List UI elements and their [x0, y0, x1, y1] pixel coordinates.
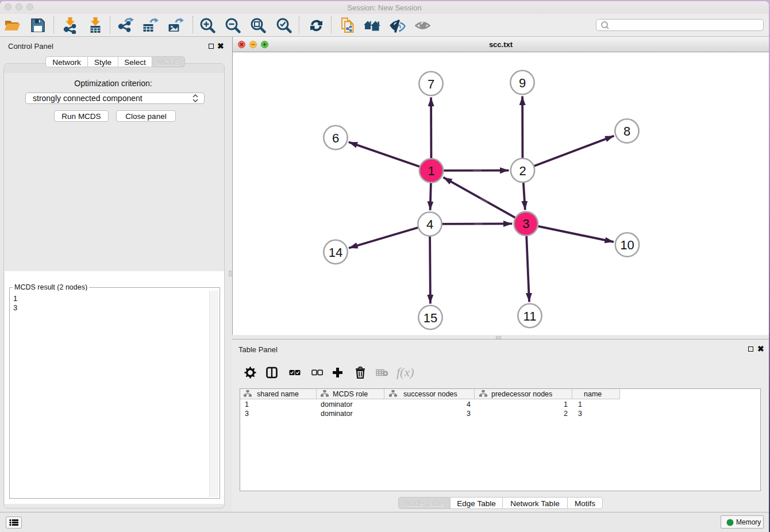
svg-text:8: 8 — [623, 124, 630, 138]
svg-text:14: 14 — [329, 245, 342, 260]
svg-text:f(x): f(x) — [396, 365, 414, 379]
svg-text:2: 2 — [519, 164, 526, 178]
svg-text:6: 6 — [332, 131, 339, 145]
svg-text:11: 11 — [523, 309, 537, 323]
svg-text:15: 15 — [424, 311, 437, 325]
svg-text:10: 10 — [620, 238, 634, 252]
svg-text:7: 7 — [428, 77, 434, 91]
svg-text:1: 1 — [428, 164, 434, 178]
svg-text:4: 4 — [426, 217, 433, 232]
svg-text:9: 9 — [519, 76, 526, 90]
svg-text:3: 3 — [522, 217, 529, 231]
